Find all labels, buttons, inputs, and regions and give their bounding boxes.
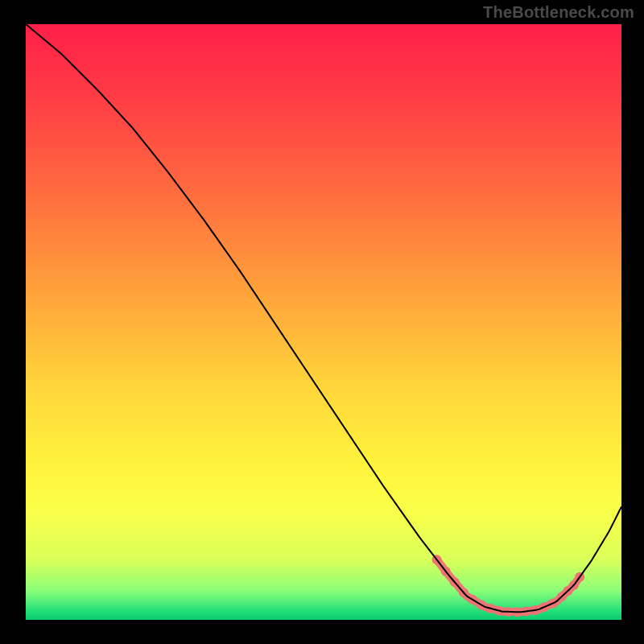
chart-stage: TheBottleneck.com [0, 0, 644, 644]
chart-svg [0, 0, 644, 644]
plot-background [26, 24, 621, 620]
